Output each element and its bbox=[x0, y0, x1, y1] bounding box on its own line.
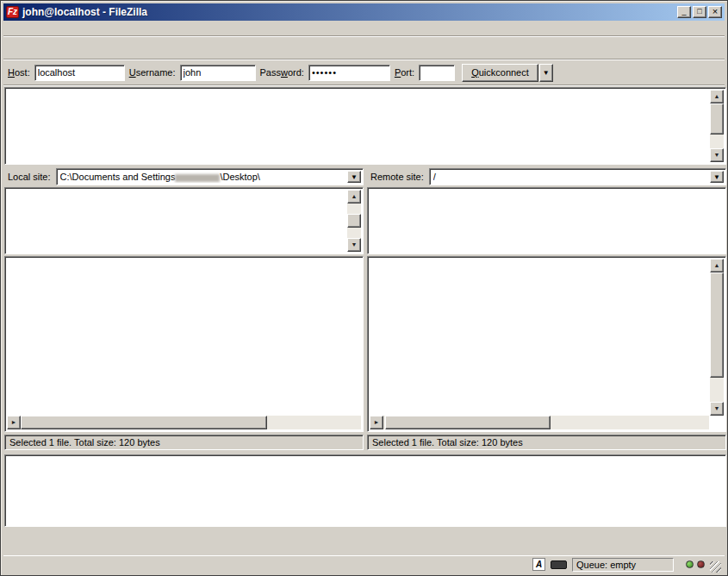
scroll-up-icon[interactable]: ▲ bbox=[710, 90, 724, 103]
scroll-up-icon[interactable]: ▲ bbox=[347, 190, 361, 203]
port-label: Port: bbox=[395, 67, 414, 78]
minimize-button[interactable]: _ bbox=[677, 6, 691, 18]
remote-hscrollbar[interactable]: ◄ ► bbox=[370, 416, 709, 429]
activity-led-recv-icon bbox=[697, 560, 705, 568]
port-input[interactable] bbox=[419, 65, 455, 81]
redacted-username bbox=[175, 174, 220, 182]
scroll-right-icon[interactable]: ► bbox=[7, 416, 21, 429]
host-input[interactable] bbox=[34, 65, 125, 81]
ascii-mode-icon: A bbox=[532, 558, 545, 571]
local-file-list: ◄ ► bbox=[4, 256, 364, 432]
remote-site-label: Remote site: bbox=[367, 172, 429, 182]
transfer-queue bbox=[4, 454, 726, 527]
remote-site-combo[interactable]: / ▼ bbox=[429, 168, 726, 185]
speed-limit-icon[interactable] bbox=[551, 560, 567, 569]
remote-panel: Remote site: / ▼ ▲ ▼ ◄ ► Selected 1 file… bbox=[367, 168, 726, 450]
menu-bar bbox=[3, 21, 725, 36]
local-tree: ▲ ▼ bbox=[4, 187, 364, 254]
quickconnect-button[interactable]: Quickconnect bbox=[462, 64, 538, 82]
username-label: Username: bbox=[129, 67, 176, 78]
local-hscrollbar[interactable]: ◄ ► bbox=[7, 416, 361, 429]
maximize-button[interactable]: □ bbox=[693, 6, 706, 18]
password-label: Password: bbox=[260, 67, 304, 78]
filezilla-window: Fz john@localhost - FileZilla _ □ × Host… bbox=[0, 0, 728, 576]
scroll-right-icon[interactable]: ► bbox=[370, 416, 383, 429]
app-icon: Fz bbox=[6, 6, 19, 18]
host-label: Host: bbox=[8, 67, 30, 78]
remote-tree bbox=[367, 187, 726, 254]
scrollbar-thumb[interactable] bbox=[710, 272, 724, 378]
message-log: ▲ ▼ bbox=[4, 87, 726, 165]
queue-body[interactable] bbox=[7, 473, 724, 524]
window-title: john@localhost - FileZilla bbox=[22, 6, 675, 18]
scrollbar-thumb[interactable] bbox=[385, 416, 551, 429]
scrollbar-thumb[interactable] bbox=[347, 214, 361, 228]
queue-tabs bbox=[4, 529, 724, 548]
password-input[interactable] bbox=[308, 65, 390, 81]
scrollbar-thumb[interactable] bbox=[710, 103, 724, 135]
username-input[interactable] bbox=[180, 65, 256, 81]
activity-led-send-icon bbox=[686, 560, 694, 568]
scrollbar-thumb[interactable] bbox=[21, 416, 267, 429]
resize-grip[interactable] bbox=[710, 561, 721, 573]
remote-status-text: Selected 1 file. Total size: 120 bytes bbox=[367, 435, 726, 450]
log-scrollbar[interactable]: ▲ ▼ bbox=[710, 90, 724, 162]
queue-status-field: Queue: empty bbox=[572, 558, 674, 572]
quickconnect-bar: Host: Username: Password: Port: Quickcon… bbox=[3, 60, 725, 85]
local-site-label: Local site: bbox=[4, 172, 56, 182]
scroll-down-icon[interactable]: ▼ bbox=[347, 238, 361, 252]
local-site-combo[interactable]: C:\Documents and Settings\Desktop\ ▼ bbox=[56, 168, 364, 185]
scroll-down-icon[interactable]: ▼ bbox=[710, 402, 724, 416]
quickconnect-dropdown-icon[interactable]: ▼ bbox=[539, 64, 553, 82]
scroll-down-icon[interactable]: ▼ bbox=[710, 148, 724, 162]
combo-dropdown-icon[interactable]: ▼ bbox=[347, 171, 361, 183]
title-bar: Fz john@localhost - FileZilla _ □ × bbox=[3, 3, 725, 21]
local-status-text: Selected 1 file. Total size: 120 bytes bbox=[4, 435, 364, 450]
remote-file-list: ▲ ▼ ◄ ► bbox=[367, 256, 726, 432]
local-panel: Local site: C:\Documents and Settings\De… bbox=[4, 168, 364, 450]
combo-dropdown-icon[interactable]: ▼ bbox=[710, 171, 724, 183]
local-tree-scrollbar[interactable]: ▲ ▼ bbox=[347, 190, 361, 252]
toolbar bbox=[3, 37, 725, 59]
close-button[interactable]: × bbox=[708, 6, 722, 18]
remote-vscrollbar[interactable]: ▲ ▼ bbox=[710, 259, 724, 416]
status-bar: A Queue: empty bbox=[3, 555, 725, 573]
scroll-up-icon[interactable]: ▲ bbox=[710, 259, 724, 272]
